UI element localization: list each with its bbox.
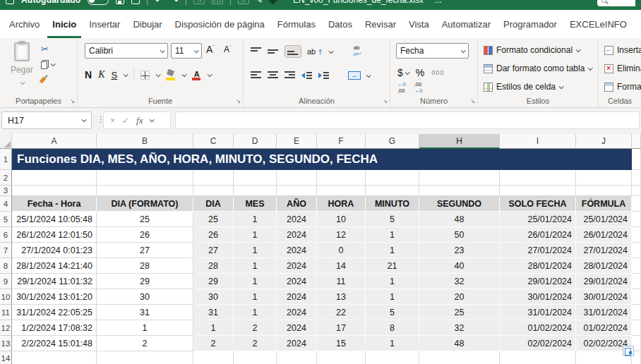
- cell[interactable]: 1: [234, 212, 277, 227]
- cell[interactable]: [277, 186, 317, 196]
- cell-styles-button[interactable]: Estilos de celda: [484, 80, 597, 93]
- ribbon-tab-vista[interactable]: Vista: [404, 19, 434, 38]
- cell[interactable]: 2024: [277, 258, 317, 274]
- cell[interactable]: [632, 305, 641, 320]
- align-center-icon[interactable]: [268, 71, 279, 80]
- cell[interactable]: 1: [97, 320, 193, 336]
- cell[interactable]: [632, 274, 641, 289]
- save-icon[interactable]: [116, 0, 124, 4]
- cell[interactable]: 27/1/2024 0:01:23: [12, 243, 97, 258]
- cell[interactable]: 14: [317, 258, 366, 274]
- row-header[interactable]: 5: [0, 212, 12, 227]
- cell[interactable]: 5: [366, 212, 419, 227]
- cell[interactable]: 17: [317, 320, 366, 336]
- font-size-combo[interactable]: 11: [171, 43, 202, 59]
- cell[interactable]: [419, 186, 500, 196]
- table-header-cell[interactable]: MES: [234, 196, 277, 212]
- table-header-cell[interactable]: FÓRMULA: [576, 196, 632, 212]
- sheet-title-cell[interactable]: Funciones DIA, MES, AÑO, HORA, MINUTO, S…: [12, 149, 632, 170]
- cell[interactable]: [419, 170, 500, 186]
- cell[interactable]: 1: [366, 227, 419, 243]
- row-header[interactable]: 1: [0, 149, 12, 170]
- insert-cells-button[interactable]: Insertar: [604, 44, 641, 56]
- row-header[interactable]: 10: [0, 289, 12, 305]
- column-header-e[interactable]: E: [277, 134, 317, 149]
- cell[interactable]: 29/01/2024: [500, 274, 576, 289]
- cell[interactable]: 28: [193, 258, 234, 274]
- cell[interactable]: 28: [97, 258, 193, 274]
- format-as-table-button[interactable]: Dar formato como tabla: [484, 62, 597, 75]
- fill-color-icon[interactable]: [166, 70, 176, 80]
- cell[interactable]: [234, 170, 277, 186]
- cell[interactable]: 01/02/2024: [576, 320, 632, 336]
- cell[interactable]: [500, 186, 576, 196]
- decrease-decimal-icon[interactable]: ,00→0: [414, 82, 423, 94]
- orientation-dropdown-icon[interactable]: [328, 49, 333, 54]
- cell[interactable]: 2024: [277, 227, 317, 243]
- fill-color-dropdown-icon[interactable]: [182, 72, 187, 77]
- cell[interactable]: [193, 186, 234, 196]
- align-bottom-selected[interactable]: [284, 45, 301, 58]
- cell[interactable]: 29/01/2024: [576, 274, 632, 289]
- cell[interactable]: 2024: [277, 289, 317, 305]
- italic-button[interactable]: K: [98, 69, 104, 80]
- cell[interactable]: 29: [97, 274, 193, 289]
- cell[interactable]: [500, 351, 576, 364]
- column-header-j[interactable]: J: [576, 134, 632, 149]
- workbook-filename[interactable]: EN_v00_Funciones_de_fecha.xlsx: [293, 0, 424, 5]
- table-header-cell[interactable]: DIA: [193, 196, 234, 212]
- cell[interactable]: [97, 170, 193, 186]
- borders-dropdown-icon[interactable]: [156, 72, 161, 77]
- cell[interactable]: 2: [193, 336, 234, 351]
- table-header-cell[interactable]: Fecha - Hora: [12, 196, 97, 212]
- cell[interactable]: 28/1/2024 14:21:40: [12, 258, 97, 274]
- formula-input[interactable]: [175, 111, 640, 129]
- cell[interactable]: 25/1/2024 10:05:48: [12, 212, 97, 227]
- font-dialog-launcher-icon[interactable]: ↘: [236, 99, 241, 104]
- align-right-icon[interactable]: [284, 71, 296, 80]
- cell[interactable]: 2: [234, 320, 277, 336]
- cell[interactable]: 25/01/2024: [500, 212, 576, 227]
- cell[interactable]: [97, 186, 193, 196]
- cell[interactable]: 1: [234, 289, 277, 305]
- cell[interactable]: 28/01/2024: [500, 258, 576, 274]
- copy-dropdown-icon[interactable]: [51, 61, 56, 66]
- cell[interactable]: [576, 170, 632, 186]
- flash-fill-options-icon[interactable]: [623, 346, 634, 356]
- cell[interactable]: 48: [419, 336, 500, 351]
- undo-icon[interactable]: ↶: [155, 0, 163, 5]
- redo-icon[interactable]: ↷: [170, 0, 179, 5]
- cell[interactable]: 25: [97, 212, 193, 227]
- cell[interactable]: 1: [366, 289, 419, 305]
- ribbon-tab-revisar[interactable]: Revisar: [360, 19, 401, 38]
- borders-icon[interactable]: [140, 71, 150, 80]
- cell[interactable]: [576, 186, 632, 196]
- cell[interactable]: 13: [317, 289, 366, 305]
- cell[interactable]: [632, 227, 641, 243]
- table-header-cell[interactable]: DIA (FORMATO): [97, 196, 193, 212]
- ribbon-tab-disposición-de-página[interactable]: Disposición de página: [170, 19, 270, 38]
- cell[interactable]: 23: [419, 243, 500, 258]
- cell[interactable]: 31/01/2024: [576, 305, 632, 320]
- cell[interactable]: 8: [366, 320, 419, 336]
- cell[interactable]: 2/2/2024 15:01:48: [12, 336, 97, 351]
- insert-function-icon[interactable]: fx: [136, 115, 143, 126]
- cell[interactable]: [193, 351, 234, 364]
- cell[interactable]: 1: [366, 336, 419, 351]
- cell[interactable]: [193, 170, 234, 186]
- cell[interactable]: 12: [317, 227, 366, 243]
- cell[interactable]: [632, 258, 641, 274]
- underline-button[interactable]: S: [111, 70, 117, 80]
- cell[interactable]: 22: [317, 305, 366, 320]
- confirm-entry-icon[interactable]: ✓: [122, 116, 129, 126]
- column-header-c[interactable]: C: [193, 134, 234, 149]
- column-header-h[interactable]: H: [419, 134, 500, 149]
- cell[interactable]: [632, 149, 641, 170]
- orientation-icon[interactable]: ab↗: [307, 47, 323, 56]
- column-header-g[interactable]: G: [366, 134, 419, 149]
- table-header-cell[interactable]: AÑO: [277, 196, 317, 212]
- ribbon-tab-automatizar[interactable]: Automatizar: [437, 19, 496, 38]
- cell[interactable]: 1: [234, 227, 277, 243]
- format-cells-button[interactable]: Formato: [604, 80, 641, 93]
- cell[interactable]: 27: [97, 243, 193, 258]
